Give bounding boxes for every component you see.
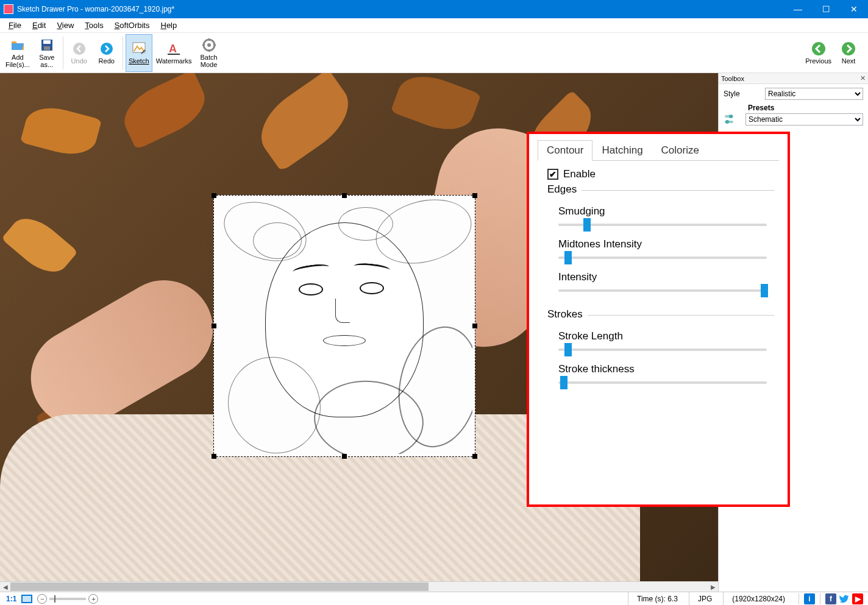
menu-tools[interactable]: Tools	[80, 19, 108, 31]
svg-point-15	[842, 42, 855, 55]
previous-button[interactable]: Previous	[802, 34, 834, 72]
svg-point-17	[729, 115, 733, 118]
checkbox-icon: ✔	[547, 169, 558, 180]
stroke-thickness-slider[interactable]	[558, 379, 767, 386]
strokes-group: Strokes Stroke Length Stroke thickness	[547, 315, 774, 386]
resize-handle[interactable]	[472, 324, 477, 328]
svg-rect-1	[43, 40, 51, 44]
svg-rect-2	[44, 46, 50, 50]
resize-handle[interactable]	[342, 193, 347, 198]
sketch-selection[interactable]	[213, 195, 475, 457]
window-title: Sketch Drawer Pro - woman-2003647_1920.j…	[17, 5, 174, 13]
edges-group: Edges Smudging Midtones Intensity Intens…	[547, 190, 774, 294]
app-icon	[4, 4, 13, 14]
svg-point-19	[725, 120, 729, 124]
svg-point-4	[101, 43, 113, 55]
watermarks-button[interactable]: A Watermarks	[153, 34, 195, 72]
status-dimensions: (1920x1280x24)	[723, 592, 794, 606]
stroke-length-slider[interactable]	[558, 346, 767, 353]
tab-hatching[interactable]: Hatching	[592, 140, 652, 161]
menu-edit[interactable]: Edit	[27, 19, 51, 31]
stroke-length-label: Stroke Length	[558, 330, 774, 342]
scroll-right-icon[interactable]: ▶	[708, 582, 718, 592]
toolbar: Add File(s)... Save as... Undo Redo Sket…	[0, 33, 868, 73]
next-button[interactable]: Next	[835, 34, 862, 72]
presets-icon	[724, 113, 741, 126]
resize-handle[interactable]	[212, 193, 216, 198]
save-as-button[interactable]: Save as...	[34, 34, 60, 72]
zoom-ratio[interactable]: 1:1	[6, 595, 16, 603]
resize-handle[interactable]	[212, 454, 216, 459]
facebook-icon[interactable]: f	[825, 593, 836, 604]
svg-text:A: A	[169, 43, 177, 55]
folder-add-icon	[10, 38, 25, 52]
intensity-label: Intensity	[558, 271, 774, 283]
minimize-button[interactable]: —	[784, 0, 812, 18]
close-button[interactable]: ✕	[840, 0, 868, 18]
sketch-button[interactable]: Sketch	[126, 34, 152, 72]
redo-icon	[99, 41, 114, 56]
maximize-button[interactable]: ☐	[812, 0, 840, 18]
zoom-out-icon[interactable]: −	[37, 594, 47, 604]
scroll-left-icon[interactable]: ◀	[0, 582, 10, 592]
resize-handle[interactable]	[212, 324, 216, 328]
sketch-icon	[132, 41, 146, 56]
menu-softorbits[interactable]: SoftOrbits	[110, 19, 155, 31]
menu-file[interactable]: File	[4, 19, 26, 31]
status-time: Time (s): 6.3	[628, 592, 686, 606]
menu-view[interactable]: View	[52, 19, 79, 31]
next-icon	[841, 41, 856, 56]
title-bar: Sketch Drawer Pro - woman-2003647_1920.j…	[0, 0, 868, 18]
svg-point-9	[207, 43, 211, 47]
style-select[interactable]: Realistic	[765, 88, 863, 100]
menu-bar: File Edit View Tools SoftOrbits Help	[0, 18, 868, 33]
contour-settings-panel: Contour Hatching Colorize ✔ Enable Edges…	[527, 132, 790, 507]
undo-icon	[72, 41, 87, 56]
presets-label: Presets	[748, 104, 863, 112]
toolbox-header: Toolbox ✕	[719, 73, 868, 84]
undo-button[interactable]: Undo	[66, 34, 93, 72]
svg-point-14	[812, 42, 825, 55]
presets-select[interactable]: Schematic	[745, 113, 863, 126]
save-icon	[40, 38, 54, 52]
toolbox-close-icon[interactable]: ✕	[860, 74, 866, 82]
resize-handle[interactable]	[472, 193, 477, 198]
zoom-in-icon[interactable]: +	[88, 594, 98, 604]
smudging-slider[interactable]	[558, 221, 767, 228]
fit-view-icon[interactable]	[21, 595, 32, 603]
settings-tabs: Contour Hatching Colorize	[538, 140, 779, 161]
batch-mode-button[interactable]: Batch Mode	[196, 34, 222, 72]
tab-contour[interactable]: Contour	[538, 140, 592, 161]
smudging-label: Smudging	[558, 205, 774, 218]
midtones-label: Midtones Intensity	[558, 238, 774, 250]
svg-rect-7	[168, 54, 180, 55]
tab-colorize[interactable]: Colorize	[652, 140, 708, 161]
previous-icon	[811, 41, 826, 56]
add-files-button[interactable]: Add File(s)...	[2, 34, 33, 72]
gear-icon	[202, 38, 216, 52]
info-icon[interactable]: i	[804, 593, 815, 604]
stroke-thickness-label: Stroke thickness	[558, 363, 774, 375]
horizontal-scrollbar[interactable]: ◀ ▶	[0, 581, 718, 592]
resize-handle[interactable]	[472, 454, 477, 459]
enable-checkbox[interactable]: ✔ Enable	[547, 168, 774, 180]
intensity-slider[interactable]	[558, 287, 767, 294]
scrollbar-thumb[interactable]	[10, 582, 429, 591]
midtones-slider[interactable]	[558, 254, 767, 261]
resize-handle[interactable]	[342, 454, 347, 459]
status-format: JPG	[689, 592, 720, 606]
redo-button[interactable]: Redo	[93, 34, 120, 72]
watermark-icon: A	[166, 41, 181, 56]
style-label: Style	[724, 90, 760, 98]
sketch-preview	[216, 198, 472, 454]
youtube-icon[interactable]: ▶	[852, 593, 863, 604]
menu-help[interactable]: Help	[155, 19, 182, 31]
zoom-slider[interactable]: − +	[37, 594, 98, 604]
svg-point-3	[73, 43, 85, 55]
twitter-icon[interactable]	[839, 593, 850, 604]
status-bar: 1:1 − + Time (s): 6.3 JPG (1920x1280x24)…	[0, 592, 868, 605]
